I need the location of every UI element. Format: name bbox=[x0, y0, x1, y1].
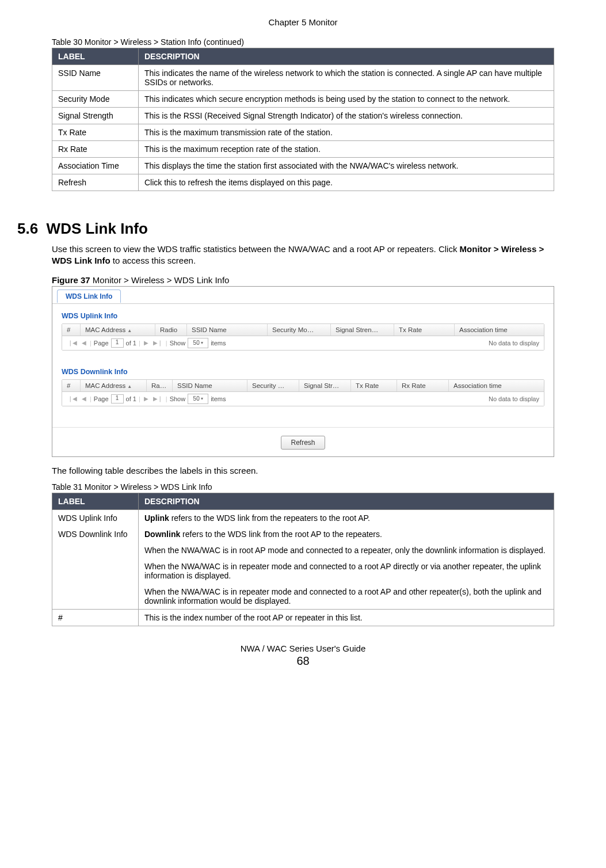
figure37-caption: Figure 37 Monitor > Wireless > WDS Link … bbox=[52, 275, 554, 285]
desc-p5: When the NWA/WAC is in repeater mode and… bbox=[144, 587, 548, 606]
no-data-label: No data to display bbox=[489, 340, 539, 347]
table31: LABEL DESCRIPTION WDS Uplink Info WDS Do… bbox=[52, 493, 554, 626]
tab-bar: WDS Link Info bbox=[52, 287, 554, 304]
items-label: items bbox=[211, 340, 226, 347]
col-ssid-name[interactable]: SSID Name bbox=[187, 324, 268, 336]
cell-desc: This indicates the name of the wireless … bbox=[139, 65, 554, 91]
col-ssid-name[interactable]: SSID Name bbox=[173, 380, 247, 391]
page-size-select[interactable]: 50▾ bbox=[188, 394, 208, 404]
sort-asc-icon: ▲ bbox=[127, 328, 132, 333]
col-label-text: MAC Address bbox=[85, 382, 125, 389]
table31-caption: Table 31 Monitor > Wireless > WDS Link I… bbox=[52, 482, 554, 492]
chevron-down-icon: ▾ bbox=[201, 396, 203, 401]
col-signal-strength[interactable]: Signal Stren… bbox=[331, 324, 394, 336]
page-size-select[interactable]: 50▾ bbox=[188, 338, 208, 348]
page-label: Page bbox=[94, 340, 109, 347]
page-input[interactable]: 1 bbox=[111, 338, 124, 348]
cell-desc: Click this to refresh the items displaye… bbox=[139, 174, 554, 191]
cell-label: Rx Rate bbox=[52, 141, 139, 158]
col-index[interactable]: # bbox=[62, 324, 81, 336]
col-mac-address[interactable]: MAC Address▲ bbox=[81, 324, 155, 336]
downlink-grid: # MAC Address▲ Ra… SSID Name Security … … bbox=[62, 379, 544, 406]
intro-text-2: to access this screen. bbox=[110, 256, 196, 265]
uplink-bold: Uplink bbox=[144, 513, 169, 523]
table-row: Tx RateThis is the maximum transmission … bbox=[52, 124, 554, 141]
cell-desc: This is the maximum reception rate of th… bbox=[139, 141, 554, 158]
guide-title: NWA / WAC Series User's Guide bbox=[52, 644, 554, 653]
uplink-desc: refers to the WDS link from the repeater… bbox=[169, 513, 370, 523]
prev-page-icon[interactable]: ◀ bbox=[81, 395, 87, 402]
table-row: Security ModeThis indicates which secure… bbox=[52, 91, 554, 108]
prev-page-icon[interactable]: ◀ bbox=[81, 340, 87, 346]
col-mac-address[interactable]: MAC Address▲ bbox=[81, 380, 147, 391]
table31-header-desc: DESCRIPTION bbox=[139, 493, 554, 509]
show-label: Show bbox=[170, 340, 186, 347]
col-radio[interactable]: Radio bbox=[155, 324, 187, 336]
table-row: RefreshClick this to refresh the items d… bbox=[52, 174, 554, 191]
sort-asc-icon: ▲ bbox=[127, 384, 132, 389]
col-security-mode[interactable]: Security … bbox=[247, 380, 299, 391]
col-tx-rate[interactable]: Tx Rate bbox=[351, 380, 397, 391]
col-association-time[interactable]: Association time bbox=[455, 324, 544, 336]
tab-wds-link-info[interactable]: WDS Link Info bbox=[57, 290, 121, 303]
last-page-icon[interactable]: ▶❘ bbox=[152, 395, 163, 402]
refresh-button[interactable]: Refresh bbox=[281, 436, 325, 450]
first-page-icon[interactable]: ❘◀ bbox=[67, 395, 78, 402]
next-page-icon[interactable]: ▶ bbox=[143, 395, 150, 402]
last-page-icon[interactable]: ▶❘ bbox=[152, 340, 163, 346]
col-radio[interactable]: Ra… bbox=[147, 380, 173, 391]
page-of-label: of 1 bbox=[126, 340, 136, 347]
col-index[interactable]: # bbox=[62, 380, 81, 391]
downlink-pager: ❘◀ ◀ | Page 1 of 1 | ▶ ▶❘ | Show 50▾ ite… bbox=[62, 392, 544, 406]
table-row: SSID NameThis indicates the name of the … bbox=[52, 65, 554, 91]
table-row: Association TimeThis displays the time t… bbox=[52, 158, 554, 174]
table30-header-desc: DESCRIPTION bbox=[139, 48, 554, 65]
col-association-time[interactable]: Association time bbox=[449, 380, 544, 391]
cell-desc: This is the RSSI (Received Signal Streng… bbox=[139, 108, 554, 124]
table-row: Signal StrengthThis is the RSSI (Receive… bbox=[52, 108, 554, 124]
cell-label: Security Mode bbox=[52, 91, 139, 108]
downlink-section-title: WDS Downlink Info bbox=[62, 368, 544, 376]
section-title: WDS Link Info bbox=[47, 220, 148, 237]
cell-desc: This is the index number of the root AP … bbox=[139, 609, 554, 626]
following-table-text: The following table describes the labels… bbox=[52, 465, 554, 477]
page-label: Page bbox=[94, 395, 109, 402]
uplink-section-title: WDS Uplink Info bbox=[62, 312, 544, 320]
downlink-grid-header: # MAC Address▲ Ra… SSID Name Security … … bbox=[62, 380, 544, 392]
cell-label: # bbox=[52, 609, 139, 626]
table30-header-label: LABEL bbox=[52, 48, 139, 65]
page-of-label: of 1 bbox=[126, 395, 136, 402]
col-security-mode[interactable]: Security Mo… bbox=[268, 324, 331, 336]
cell-desc: This indicates which secure encryption m… bbox=[139, 91, 554, 108]
next-page-icon[interactable]: ▶ bbox=[143, 340, 150, 346]
figure-number: Figure 37 bbox=[52, 275, 90, 285]
wds-link-info-screenshot: WDS Link Info WDS Uplink Info # MAC Addr… bbox=[52, 286, 554, 457]
table31-header-label: LABEL bbox=[52, 493, 139, 509]
cell-desc: Uplink refers to the WDS link from the r… bbox=[139, 509, 554, 609]
col-tx-rate[interactable]: Tx Rate bbox=[394, 324, 455, 336]
cell-label: Tx Rate bbox=[52, 124, 139, 141]
section-number: 5.6 bbox=[17, 220, 38, 237]
col-rx-rate[interactable]: Rx Rate bbox=[397, 380, 449, 391]
table30: LABEL DESCRIPTION SSID NameThis indicate… bbox=[52, 48, 554, 191]
figure-title: Monitor > Wireless > WDS Link Info bbox=[90, 275, 230, 285]
chevron-down-icon: ▾ bbox=[201, 340, 203, 345]
page-input[interactable]: 1 bbox=[111, 394, 124, 403]
section-intro: Use this screen to view the WDS traffic … bbox=[52, 243, 554, 267]
chapter-heading: Chapter 5 Monitor bbox=[52, 17, 554, 27]
section-heading: 5.6 WDS Link Info bbox=[17, 220, 554, 238]
desc-p3: When the NWA/WAC is in root AP mode and … bbox=[144, 546, 548, 555]
no-data-label: No data to display bbox=[489, 395, 539, 402]
cell-desc: This displays the time the station first… bbox=[139, 158, 554, 174]
first-page-icon[interactable]: ❘◀ bbox=[67, 340, 78, 346]
col-label-text: MAC Address bbox=[85, 326, 125, 333]
cell-label: WDS Uplink Info WDS Downlink Info bbox=[52, 509, 139, 609]
cell-label: Refresh bbox=[52, 174, 139, 191]
downlink-bold: Downlink bbox=[144, 530, 180, 539]
show-label: Show bbox=[170, 395, 186, 402]
page-size-value: 50 bbox=[193, 395, 200, 402]
col-signal-strength[interactable]: Signal Str… bbox=[299, 380, 351, 391]
cell-desc: This is the maximum transmission rate of… bbox=[139, 124, 554, 141]
label-uplink: WDS Uplink Info bbox=[58, 513, 132, 523]
items-label: items bbox=[211, 395, 226, 402]
